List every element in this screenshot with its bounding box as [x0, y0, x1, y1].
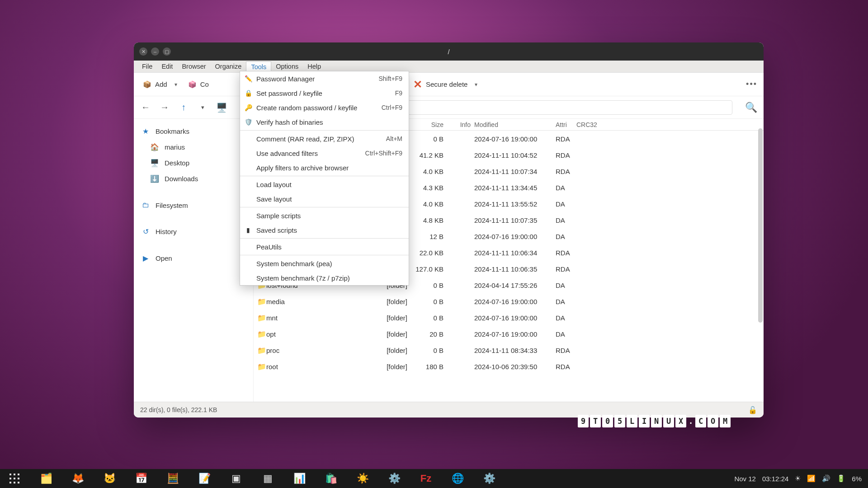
battery-icon[interactable]: 🔋 [837, 474, 845, 483]
chevron-down-icon[interactable]: ▾ [475, 81, 477, 88]
tray-date[interactable]: Nov 12 [734, 475, 756, 483]
file-modified: 2024-10-06 20:39:50 [474, 363, 556, 371]
col-info[interactable]: Info [452, 121, 474, 128]
table-row[interactable]: 📁mnt[folder]0 B2024-07-16 19:00:00DA [254, 310, 764, 326]
menu-item[interactable]: PeaUtils [240, 239, 409, 254]
menu-item-label: Saved scripts [256, 226, 297, 234]
menu-item[interactable]: ✏️Password ManagerShift+F9 [240, 71, 409, 86]
menu-item-label: Load layout [256, 181, 292, 188]
nav-back-button[interactable]: ← [140, 102, 151, 113]
table-row[interactable]: 📁opt[folder]20 B2024-07-16 19:00:00DA [254, 326, 764, 342]
menu-item[interactable]: Use advanced filtersCtrl+Shift+F9 [240, 146, 409, 160]
menu-edit[interactable]: Edit [157, 61, 177, 71]
monitor-icon[interactable]: 🖥️ [216, 102, 227, 113]
col-attr[interactable]: Attri [556, 121, 576, 128]
nav-forward-button[interactable]: → [159, 102, 170, 113]
file-size: 0 B [411, 282, 452, 289]
col-size[interactable]: Size [411, 121, 452, 128]
cat-icon[interactable]: 🐱 [101, 470, 118, 487]
menu-options[interactable]: Options [271, 61, 303, 71]
window-minimize-button[interactable]: – [151, 47, 159, 56]
menu-item[interactable]: Save layout [240, 192, 409, 206]
search-icon[interactable]: 🔍 [745, 102, 757, 113]
menu-item[interactable]: Load layout [240, 177, 409, 192]
chrome-icon[interactable]: 🌐 [449, 470, 466, 487]
filezilla-icon[interactable]: Fz [418, 470, 434, 487]
menu-item[interactable]: ▮Saved scripts [240, 223, 409, 237]
calendar-icon[interactable]: 📅 [133, 470, 149, 487]
file-attr: DA [556, 330, 576, 338]
system-tray: Nov 12 03:12:24 ☀ 📶 🔊 🔋 6% [734, 474, 862, 483]
nav-up-button[interactable]: ↑ [178, 102, 189, 113]
folder-icon: 📁 [257, 330, 266, 338]
chevron-down-icon[interactable]: ▾ [175, 81, 177, 88]
sidebar-bookmarks[interactable]: ★ Bookmarks [134, 123, 253, 139]
sidebar-item-marius[interactable]: 🏠marius [134, 139, 253, 155]
app-icon[interactable]: ☀️ [354, 470, 371, 487]
menu-item[interactable]: Apply filters to archive browser [240, 160, 409, 175]
file-size: 0 B [411, 298, 452, 305]
table-row[interactable]: 📁root[folder]180 B2024-10-06 20:39:50RDA [254, 358, 764, 375]
more-button[interactable]: ••• [746, 80, 757, 89]
window-close-button[interactable]: ✕ [139, 47, 147, 56]
file-size: 0 B [411, 314, 452, 322]
scrollbar-thumb[interactable] [758, 128, 763, 323]
apps-grid-icon[interactable] [6, 470, 23, 487]
lock-icon[interactable]: 🔓 [748, 406, 757, 414]
col-modified[interactable]: Modified [474, 121, 556, 128]
chevron-down-icon[interactable]: ▾ [197, 104, 208, 111]
menu-shortcut: Shift+F9 [378, 75, 402, 82]
watermark: 9T05LINUX.COM [578, 415, 731, 427]
calculator-icon[interactable]: 🧮 [165, 470, 181, 487]
table-row[interactable]: 📁media[folder]0 B2024-07-16 19:00:00DA [254, 293, 764, 310]
tray-time[interactable]: 03:12:24 [762, 475, 788, 483]
menu-browser[interactable]: Browser [177, 61, 210, 71]
svg-rect-5 [18, 478, 19, 479]
menu-item[interactable]: 🛡️Verify hash of binaries [240, 115, 409, 129]
convert-button[interactable]: 📦 Co [185, 79, 212, 90]
file-size: 22.0 KB [411, 249, 452, 257]
steam-icon[interactable]: ⚙️ [386, 470, 402, 487]
secure-delete-button[interactable]: ✕ Secure delete ▾ [410, 76, 481, 93]
file-modified: 2024-11-11 10:06:35 [474, 265, 556, 273]
window-maximize-button[interactable]: ▢ [163, 47, 171, 56]
menu-help[interactable]: Help [303, 61, 326, 71]
menu-item[interactable]: Comment (RAR read, ZIP, ZIPX)Alt+M [240, 131, 409, 146]
file-modified: 2024-11-11 13:34:45 [474, 184, 556, 192]
menu-tools[interactable]: Tools [246, 61, 271, 72]
add-button[interactable]: 📦 Add ▾ [140, 79, 180, 90]
volume-icon[interactable]: 🔊 [822, 474, 830, 483]
sidebar-open[interactable]: ▶ Open [134, 250, 253, 266]
sidebar-filesystem[interactable]: 🗀 Filesystem [134, 197, 253, 213]
terminal-icon[interactable]: ▣ [228, 470, 244, 487]
status-text: 22 dir(s), 0 file(s), 222.1 KB [140, 406, 217, 413]
menu-item[interactable]: System benchmark (7z / p7zip) [240, 271, 409, 285]
folder-icon: 📁 [257, 363, 266, 371]
col-crc[interactable]: CRC32 [576, 121, 604, 128]
sidebar-history[interactable]: ↺ History [134, 224, 253, 239]
vm-icon[interactable]: 📊 [291, 470, 307, 487]
menu-item[interactable]: Sample scripts [240, 208, 409, 223]
menu-organize[interactable]: Organize [211, 61, 246, 71]
menu-item[interactable]: 🔒Set password / keyfileF9 [240, 86, 409, 100]
menu-file[interactable]: File [137, 61, 157, 71]
software-icon[interactable]: 🛍️ [323, 470, 339, 487]
sidebar-label: Bookmarks [156, 127, 189, 135]
boxes-icon[interactable]: ▦ [259, 470, 276, 487]
file-modified: 2024-11-11 08:34:33 [474, 347, 556, 354]
files-app-icon[interactable]: 🗂️ [38, 470, 54, 487]
table-row[interactable]: 📁proc[folder]0 B2024-11-11 08:34:33RDA [254, 342, 764, 358]
notes-icon[interactable]: 📝 [196, 470, 212, 487]
sidebar-item-downloads[interactable]: ⬇️Downloads [134, 171, 253, 187]
file-attr: DA [556, 233, 576, 240]
menu-item[interactable]: System benchmark (pea) [240, 256, 409, 271]
settings-icon[interactable]: ⚙️ [481, 470, 497, 487]
brightness-icon[interactable]: ☀ [795, 474, 801, 483]
taskbar: 🗂️ 🦊 🐱 📅 🧮 📝 ▣ ▦ 📊 🛍️ ☀️ ⚙️ Fz 🌐 ⚙️ Nov … [0, 469, 868, 488]
sidebar-item-desktop[interactable]: 🖥️Desktop [134, 155, 253, 171]
menu-item-label: Password Manager [256, 75, 315, 83]
menu-item[interactable]: 🔑Create random password / keyfileCtrl+F9 [240, 100, 409, 115]
wifi-icon[interactable]: 📶 [807, 474, 816, 483]
file-modified: 2024-07-16 19:00:00 [474, 298, 556, 305]
firefox-icon[interactable]: 🦊 [70, 470, 86, 487]
